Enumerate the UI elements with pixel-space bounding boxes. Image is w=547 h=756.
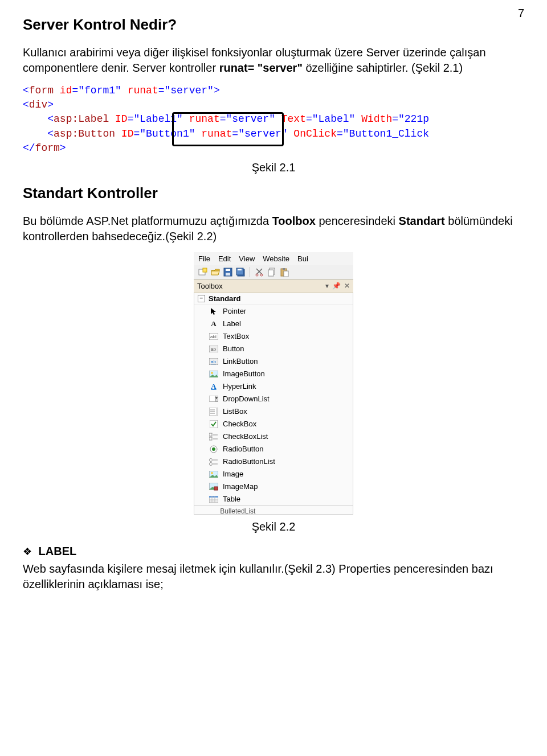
toolbox-item-linkbutton[interactable]: ab LinkButton (194, 355, 353, 368)
angle-close-open: </ (23, 142, 35, 154)
paragraph-standart: Bu bölümde ASP.Net platformumuzu açtığım… (23, 213, 524, 244)
p2-c: penceresindeki (316, 215, 399, 227)
menu-view[interactable]: View (239, 254, 255, 263)
angle-close: > (60, 142, 66, 154)
toolbox-item-imagemap[interactable]: ImageMap (194, 480, 353, 493)
toolbox-item-hyperlink[interactable]: A HyperLink (194, 380, 353, 393)
code-line-3: <asp:Label ID="Label1" runat="server" Te… (23, 112, 524, 126)
tag-form: form (29, 85, 54, 96)
attr-id: ID (115, 128, 133, 139)
paste-icon[interactable] (280, 268, 289, 277)
toolbox-panel-header[interactable]: Toolbox ▾ 📌 ✕ (194, 280, 353, 293)
item-label: ListBox (223, 407, 247, 416)
toolbox-item-radiobuttonlist[interactable]: RadioButtonList (194, 455, 353, 468)
p2-a: Bu bölümde ASP.Net platformumuzu açtığım… (23, 215, 272, 227)
hyperlink-icon: A (209, 382, 218, 391)
group-standard[interactable]: − Standard (194, 293, 353, 305)
item-label: TextBox (223, 332, 249, 340)
menu-file[interactable]: File (198, 254, 210, 263)
angle-close: > (47, 99, 54, 110)
attr-runat: runat (183, 113, 220, 125)
svg-text:ab: ab (211, 347, 216, 352)
pin-icon[interactable]: 📌 (332, 282, 341, 290)
eq2: = (158, 85, 165, 96)
diamond-bullet-icon: ❖ (23, 547, 32, 557)
table-icon (209, 495, 218, 504)
open-icon[interactable] (211, 268, 220, 277)
menu-edit[interactable]: Edit (218, 254, 231, 263)
item-label: ImageMap (223, 482, 258, 491)
radiobuttonlist-icon (209, 457, 218, 466)
toolbox-item-pointer[interactable]: Pointer (194, 305, 353, 318)
toolbox-item-checkbox[interactable]: CheckBox (194, 418, 353, 430)
menu-build[interactable]: Bui (297, 254, 308, 263)
svg-point-42 (211, 472, 213, 474)
eq: = (392, 113, 398, 125)
toolbox-item-label[interactable]: A Label (194, 318, 353, 330)
collapse-icon[interactable]: − (198, 295, 205, 302)
attr-onclick: OnClick (288, 128, 337, 139)
group-standard-label: Standard (209, 294, 240, 303)
linkbutton-icon: ab (209, 357, 218, 366)
toolbox-item-imagebutton[interactable]: ImageButton (194, 368, 353, 380)
toolbox-item-bulletedlist-cut: BulletedList (194, 506, 353, 514)
listbox-icon (209, 407, 218, 416)
attr-runat: runat (195, 128, 232, 139)
val-id: "form1" (78, 85, 121, 96)
svg-point-22 (211, 372, 213, 374)
angle-open: < (47, 128, 54, 139)
radiobutton-icon (209, 445, 218, 454)
angle-open: < (23, 99, 29, 110)
item-label: Image (223, 470, 243, 478)
item-label: Table (223, 495, 240, 503)
toolbox-item-button[interactable]: ab Button (194, 343, 353, 355)
imagebutton-icon (209, 369, 218, 379)
svg-rect-44 (214, 487, 218, 490)
toolbox-item-radiobutton[interactable]: RadioButton (194, 443, 353, 455)
svg-rect-3 (226, 269, 230, 271)
p2-d: Standart (399, 215, 445, 227)
cut-icon[interactable] (255, 268, 264, 277)
label-a-icon: A (209, 319, 218, 328)
code-line-4: <asp:Button ID="Button1" runat="server" … (23, 127, 524, 141)
toolbox-item-textbox[interactable]: abl TextBox (194, 330, 353, 343)
checkbox-icon (209, 420, 218, 429)
new-project-icon[interactable] (198, 268, 207, 277)
toolbox-title: Toolbox (197, 282, 223, 290)
toolbox-item-dropdownlist[interactable]: DropDownList (194, 393, 353, 405)
val-runat: "server" (226, 113, 275, 125)
item-label: HyperLink (223, 382, 256, 391)
dropdown-icon (209, 395, 218, 404)
menu-website[interactable]: Website (263, 254, 289, 263)
close-icon[interactable]: ✕ (344, 282, 350, 290)
attr-id: id (54, 85, 72, 96)
item-label: DropDownList (223, 395, 270, 403)
save-all-icon[interactable] (236, 268, 245, 277)
textbox-icon: abl (209, 332, 218, 341)
eq: = (72, 85, 78, 96)
eq: = (133, 128, 140, 139)
angle-close: > (214, 85, 220, 96)
toolbox-item-listbox[interactable]: ListBox (194, 405, 353, 418)
save-icon[interactable] (223, 268, 232, 277)
eq: = (232, 128, 238, 139)
toolbox-item-image[interactable]: Image (194, 468, 353, 480)
item-label: RadioButton (223, 445, 264, 453)
item-label: Button (223, 344, 244, 353)
attr-text-a: T (275, 113, 288, 125)
svg-point-36 (212, 447, 215, 451)
p1-runat: runat= "server" (219, 61, 303, 74)
item-label-cut: BulletedList (220, 507, 255, 514)
val-id: "Label1" (133, 113, 182, 125)
angle-open: < (23, 85, 29, 96)
toolbox-item-checkboxlist[interactable]: CheckBoxList (194, 430, 353, 443)
vs-menubar: File Edit View Website Bui (194, 252, 353, 265)
button-icon: ab (209, 344, 218, 354)
eq: = (220, 113, 226, 125)
toolbox-item-table[interactable]: Table (194, 493, 353, 506)
heading-server-kontrol-nedir: Server Kontrol Nedir? (23, 16, 524, 34)
heading-standart-kontroller: Standart Kontroller (23, 184, 524, 202)
code-line-1: <form id="form1" runat="server"> (23, 84, 524, 98)
dropdown-arrow-icon[interactable]: ▾ (325, 282, 329, 290)
copy-icon[interactable] (267, 268, 276, 277)
